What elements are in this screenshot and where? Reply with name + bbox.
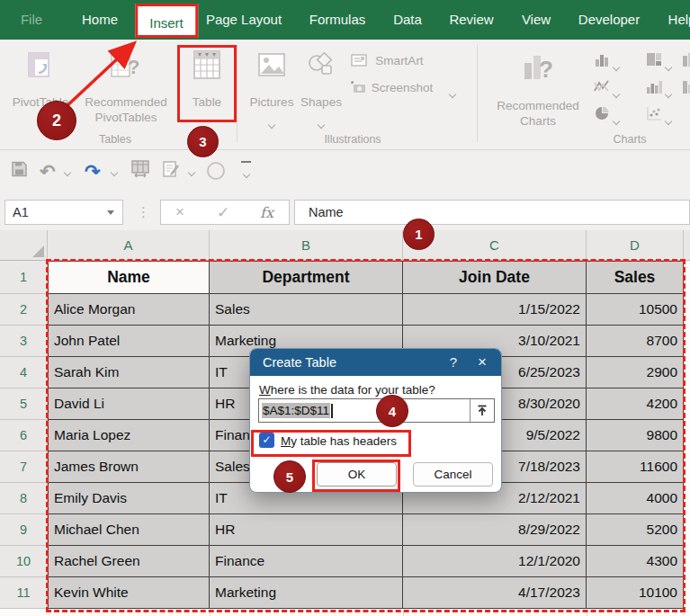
- cell-B11[interactable]: Marketing: [210, 577, 403, 609]
- customize-qat-icon[interactable]: [241, 161, 251, 181]
- table-button[interactable]: Table: [193, 95, 221, 109]
- tab-view[interactable]: View: [522, 0, 551, 40]
- cell-D4[interactable]: 2900: [587, 357, 684, 388]
- tab-review[interactable]: Review: [449, 0, 493, 40]
- tab-home[interactable]: Home: [82, 0, 118, 40]
- dialog-help-icon[interactable]: ?: [440, 349, 467, 376]
- cell-A8[interactable]: Emily Davis: [48, 483, 210, 514]
- insert-function-icon[interactable]: fx: [260, 204, 273, 221]
- table-range-input[interactable]: $A$1:$D$11: [258, 398, 495, 423]
- pivottable-button[interactable]: PivotTable: [13, 95, 68, 109]
- clipped-chart-icon[interactable]: [682, 79, 690, 97]
- scatter-chart-dropdown-icon[interactable]: [666, 112, 671, 128]
- recommended-pivottables-button-line2[interactable]: PivotTables: [94, 111, 157, 124]
- column-header-C[interactable]: C: [403, 230, 587, 260]
- formula-bar-separator[interactable]: ⋮: [137, 200, 151, 225]
- shapes-button[interactable]: Shapes: [300, 95, 342, 109]
- cell-A4[interactable]: Sarah Kim: [48, 357, 210, 388]
- pivottable-dropdown-icon[interactable]: [38, 115, 43, 131]
- dialog-close-icon[interactable]: ×: [469, 349, 496, 376]
- cell-C2[interactable]: 1/15/2022: [403, 294, 587, 326]
- bar-chart-icon[interactable]: [646, 79, 662, 97]
- formula-bar-input[interactable]: Name: [294, 200, 690, 225]
- recommended-pivottables-button[interactable]: Recommended: [85, 95, 167, 109]
- pie-chart-icon[interactable]: [594, 106, 610, 124]
- row-header-11[interactable]: 11: [0, 577, 48, 609]
- cell-A3[interactable]: John Patel: [48, 326, 210, 357]
- cell-D7[interactable]: 11600: [587, 451, 684, 483]
- row-header-2[interactable]: 2: [0, 294, 48, 326]
- undo-icon[interactable]: ↶: [40, 161, 56, 180]
- cell-D9[interactable]: 5200: [587, 514, 684, 546]
- cell-A1[interactable]: Name: [48, 261, 210, 294]
- line-chart-icon[interactable]: [594, 79, 610, 97]
- headers-checkbox-label[interactable]: My table has headers: [281, 434, 397, 448]
- row-header-6[interactable]: 6: [0, 420, 48, 451]
- tab-page-layout[interactable]: Page Layout: [206, 0, 282, 40]
- cell-A10[interactable]: Rachel Green: [48, 546, 210, 577]
- quick-edit-dropdown-icon[interactable]: [189, 163, 194, 179]
- enter-entry-icon[interactable]: ✓: [217, 203, 229, 222]
- tab-file[interactable]: File: [21, 0, 42, 40]
- cancel-entry-icon[interactable]: ×: [175, 203, 184, 221]
- treemap-chart-dropdown-icon[interactable]: [666, 58, 671, 74]
- tab-insert[interactable]: Insert: [135, 4, 198, 38]
- pictures-button[interactable]: Pictures: [250, 95, 294, 109]
- screenshot-button[interactable]: Screenshot: [372, 81, 433, 94]
- line-chart-dropdown-icon[interactable]: [614, 85, 619, 101]
- tab-developer[interactable]: Developer: [578, 0, 640, 40]
- cell-C9[interactable]: 8/29/2022: [403, 514, 587, 546]
- clipped-chart-icon[interactable]: [682, 52, 690, 70]
- row-header-9[interactable]: 9: [0, 514, 48, 546]
- cell-A9[interactable]: Michael Chen: [48, 514, 210, 546]
- screenshot-dropdown-icon[interactable]: [450, 85, 455, 101]
- smartart-button[interactable]: SmartArt: [375, 54, 423, 67]
- tab-formulas[interactable]: Formulas: [309, 0, 366, 40]
- shape-circle-icon[interactable]: [207, 162, 225, 180]
- treemap-chart-icon[interactable]: [646, 52, 662, 70]
- column-chart-dropdown-icon[interactable]: [614, 58, 619, 74]
- cell-B1[interactable]: Department: [210, 261, 403, 294]
- cell-A6[interactable]: Maria Lopez: [48, 420, 210, 451]
- quick-edit-form-icon[interactable]: [162, 160, 180, 182]
- row-header-7[interactable]: 7: [0, 451, 48, 483]
- cell-C11[interactable]: 4/17/2023: [403, 577, 587, 609]
- cell-A7[interactable]: James Brown: [48, 451, 210, 483]
- row-header-10[interactable]: 10: [0, 546, 48, 577]
- cell-B2[interactable]: Sales: [210, 294, 403, 326]
- cell-B9[interactable]: HR: [210, 514, 403, 546]
- redo-icon[interactable]: ↷: [85, 161, 101, 180]
- cell-D3[interactable]: 8700: [587, 326, 684, 357]
- cell-C1[interactable]: Join Date: [403, 261, 587, 294]
- cell-D5[interactable]: 4200: [587, 388, 684, 420]
- row-header-1[interactable]: 1: [0, 261, 48, 294]
- range-picker-button[interactable]: [470, 399, 494, 422]
- select-all-corner[interactable]: [0, 230, 48, 261]
- column-header-D[interactable]: D: [587, 230, 684, 260]
- pictures-dropdown-icon[interactable]: [269, 115, 274, 131]
- cell-A2[interactable]: Alice Morgan: [48, 294, 210, 326]
- cell-B10[interactable]: Finance: [210, 546, 403, 577]
- table-autofit-icon[interactable]: [131, 160, 149, 182]
- name-box[interactable]: A1: [4, 200, 123, 225]
- headers-checkbox[interactable]: ✓: [259, 433, 274, 448]
- dialog-title-bar[interactable]: Create Table ? ×: [250, 349, 501, 376]
- cell-A11[interactable]: Kevin White: [48, 577, 210, 609]
- cell-D6[interactable]: 9800: [587, 420, 684, 451]
- row-header-8[interactable]: 8: [0, 483, 48, 514]
- ok-button[interactable]: OK: [317, 462, 397, 487]
- tab-help[interactable]: Help: [668, 0, 690, 40]
- cell-D10[interactable]: 4300: [587, 546, 684, 577]
- column-header-A[interactable]: A: [48, 230, 210, 260]
- cancel-button[interactable]: Cancel: [413, 462, 493, 487]
- column-header-B[interactable]: B: [210, 230, 403, 260]
- row-header-3[interactable]: 3: [0, 326, 48, 357]
- save-icon[interactable]: [11, 160, 28, 181]
- shapes-dropdown-icon[interactable]: [318, 115, 324, 131]
- bar-chart-dropdown-icon[interactable]: [666, 85, 671, 101]
- name-box-dropdown-icon[interactable]: [107, 210, 114, 215]
- cell-D8[interactable]: 4000: [587, 483, 684, 514]
- pie-chart-dropdown-icon[interactable]: [614, 112, 619, 128]
- cell-A5[interactable]: David Li: [48, 388, 210, 420]
- row-header-5[interactable]: 5: [0, 388, 48, 420]
